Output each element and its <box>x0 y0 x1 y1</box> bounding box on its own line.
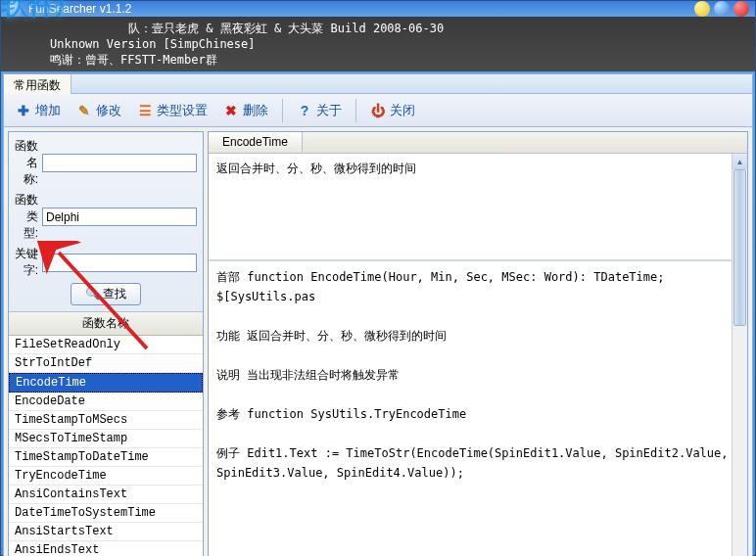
toolbar-separator <box>355 99 356 122</box>
toolbar: ✚增加 ✎修改 ☰类型设置 ✖删除 ?关于 ⏻关闭 <box>4 94 752 127</box>
help-icon: ? <box>297 103 312 118</box>
close-button[interactable]: ⏻关闭 <box>362 98 423 123</box>
list-item[interactable]: StrToIntDef <box>9 354 203 373</box>
delete-button[interactable]: ✖删除 <box>215 98 276 123</box>
exit-icon: ⏻ <box>370 103 386 118</box>
keyword-input[interactable] <box>42 254 197 272</box>
app-icon <box>7 1 23 17</box>
list-item[interactable]: AnsiEndsText <box>9 541 203 556</box>
pencil-icon: ✎ <box>76 103 92 118</box>
keyword-label: 关键字: <box>15 246 38 279</box>
minimize-button[interactable] <box>694 1 710 17</box>
type-label: 函数类型: <box>15 192 38 242</box>
delete-icon: ✖ <box>223 103 239 118</box>
header-line1: 队：壹只老虎 & 黑夜彩虹 & 大头菜 Build 2008-06-30 <box>11 21 745 36</box>
add-button[interactable]: ✚增加 <box>8 98 69 123</box>
list-icon: ☰ <box>137 103 153 118</box>
function-type-input[interactable] <box>42 208 197 226</box>
list-item[interactable]: FileSetReadOnly <box>9 336 203 354</box>
type-settings-button[interactable]: ☰类型设置 <box>129 98 215 123</box>
about-button[interactable]: ?关于 <box>289 98 350 123</box>
list-item[interactable]: EncodeDate <box>9 393 203 411</box>
menubar: 常用函数 <box>4 74 752 94</box>
list-item[interactable]: AnsiContainsText <box>9 486 203 504</box>
function-name-input[interactable] <box>42 154 197 172</box>
toolbar-separator <box>282 99 283 122</box>
list-item[interactable]: TryEncodeTime <box>9 467 203 486</box>
list-header[interactable]: 函数名称 <box>9 312 203 336</box>
close-window-button[interactable] <box>733 1 749 17</box>
function-list: 函数名称 FileSetReadOnlyStrToIntDefEncodeTim… <box>9 312 203 556</box>
scroll-thumb[interactable] <box>733 169 746 326</box>
window-title: FunSearcher v1.1.2 <box>28 2 694 16</box>
search-button[interactable]: 🔍查找 <box>71 283 141 305</box>
tab-encodetime[interactable]: EncodeTime <box>209 132 303 152</box>
list-item[interactable]: EncodeTime <box>9 373 203 393</box>
app-window: FunSearcher v1.1.2 软件厂 队：壹只老虎 & 黑夜彩虹 & 大… <box>0 0 756 556</box>
list-item[interactable]: DateTimeToSystemTime <box>9 504 203 523</box>
list-item[interactable]: TimeStampToMSecs <box>9 411 203 430</box>
detail-summary[interactable]: 返回合并时、分、秒、微秒得到的时间 <box>209 154 747 261</box>
scrollbar[interactable]: ▲ ▼ <box>732 154 747 556</box>
scroll-up-icon[interactable]: ▲ <box>732 154 747 169</box>
plus-icon: ✚ <box>16 103 31 118</box>
list-item[interactable]: TimeStampToDateTime <box>9 448 203 467</box>
left-panel: 函数名称: 函数类型: 关键字: 🔍查找 <box>8 131 204 556</box>
search-icon: 🔍 <box>85 287 100 301</box>
header-line2: Unknown Version [SimpChinese] <box>11 36 745 52</box>
search-area: 函数名称: 函数类型: 关键字: 🔍查找 <box>9 132 203 312</box>
edit-button[interactable]: ✎修改 <box>69 98 129 123</box>
list-body[interactable]: FileSetReadOnlyStrToIntDefEncodeTimeEnco… <box>9 336 203 556</box>
app-header: 软件厂 队：壹只老虎 & 黑夜彩虹 & 大头菜 Build 2008-06-30… <box>1 17 755 71</box>
titlebar[interactable]: FunSearcher v1.1.2 <box>1 1 755 17</box>
list-item[interactable]: AnsiStartsText <box>9 523 203 541</box>
maximize-button[interactable] <box>714 1 730 17</box>
list-item[interactable]: MSecsToTimeStamp <box>9 430 203 448</box>
detail-tabs: EncodeTime <box>209 132 747 154</box>
detail-body[interactable]: 首部 function EncodeTime(Hour, Min, Sec, M… <box>209 261 747 556</box>
name-label: 函数名称: <box>15 138 38 188</box>
right-panel: EncodeTime 返回合并时、分、秒、微秒得到的时间 首部 function… <box>208 131 748 556</box>
header-line3: 鸣谢：曾哥、FFSTT-Member群 <box>11 52 745 68</box>
